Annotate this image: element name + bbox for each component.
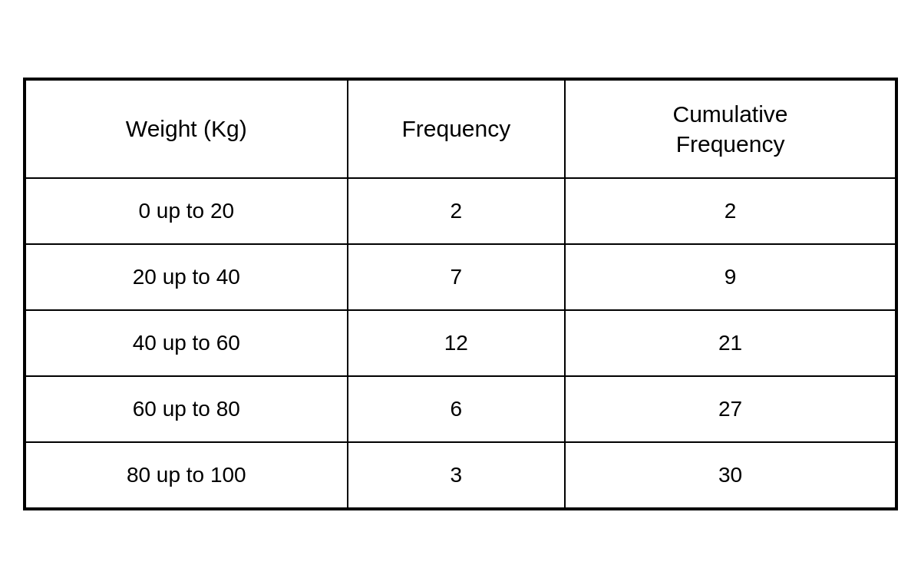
header-cumulative: CumulativeFrequency [565, 80, 896, 178]
table-row: 60 up to 80627 [25, 376, 896, 442]
frequency-cell: 6 [348, 376, 566, 442]
frequency-table: Weight (Kg) Frequency CumulativeFrequenc… [23, 78, 898, 510]
header-weight: Weight (Kg) [25, 80, 348, 178]
table-row: 0 up to 2022 [25, 178, 896, 244]
weight-cell: 20 up to 40 [25, 244, 348, 310]
cumulative-cell: 30 [565, 442, 896, 508]
header-frequency: Frequency [348, 80, 566, 178]
header-row: Weight (Kg) Frequency CumulativeFrequenc… [25, 80, 896, 178]
table-row: 80 up to 100330 [25, 442, 896, 508]
weight-cell: 80 up to 100 [25, 442, 348, 508]
table-row: 40 up to 601221 [25, 310, 896, 376]
cumulative-cell: 27 [565, 376, 896, 442]
cumulative-cell: 9 [565, 244, 896, 310]
cumulative-cell: 21 [565, 310, 896, 376]
weight-cell: 0 up to 20 [25, 178, 348, 244]
weight-cell: 60 up to 80 [25, 376, 348, 442]
frequency-cell: 3 [348, 442, 566, 508]
cumulative-cell: 2 [565, 178, 896, 244]
frequency-cell: 7 [348, 244, 566, 310]
table-row: 20 up to 4079 [25, 244, 896, 310]
weight-cell: 40 up to 60 [25, 310, 348, 376]
frequency-cell: 2 [348, 178, 566, 244]
frequency-cell: 12 [348, 310, 566, 376]
